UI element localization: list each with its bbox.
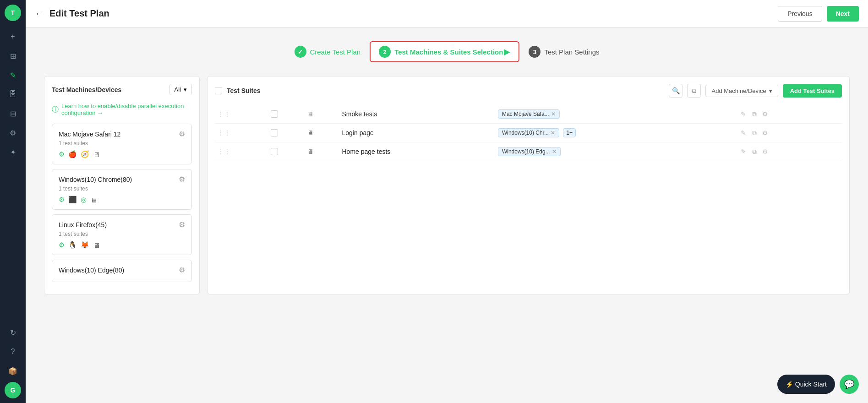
- chevron-down-icon-right: ▾: [769, 87, 772, 94]
- machine-tag-login: Windows(10) Chr... ✕: [498, 128, 559, 137]
- drag-handle-smoke[interactable]: ⋮⋮: [218, 110, 230, 118]
- safari-icon: 🧭: [81, 150, 89, 158]
- copy-icon-login[interactable]: ⧉: [750, 129, 759, 136]
- left-panel-title: Test Machines/Devices: [52, 86, 121, 93]
- right-panel: Test Suites 🔍 ⧉ Add Machine/Device ▾ Add…: [207, 76, 850, 294]
- back-button[interactable]: ←: [35, 8, 44, 19]
- machine-tag-smoke: Mac Mojave Safa... ✕: [498, 109, 560, 119]
- machine-name-win-chrome: Windows(10) Chrome(80): [59, 176, 132, 183]
- topbar: ← Edit Test Plan Previous Next: [26, 0, 868, 27]
- suite-checkbox-homepage[interactable]: [271, 148, 278, 155]
- suite-row-smoke: ⋮⋮ 🖥 Smoke tests Mac Mojave Safa... ✕: [215, 105, 842, 124]
- windows-icon: ⬛: [68, 196, 77, 204]
- drag-handle-login[interactable]: ⋮⋮: [218, 129, 230, 136]
- suite-row-login: ⋮⋮ 🖥 Login page Windows(10) Chr... ✕ 1+: [215, 124, 842, 142]
- suite-icon-login: 🖥: [307, 129, 314, 136]
- step3-num: 3: [529, 46, 540, 58]
- machine-icons-linux: ⚙ 🐧 🦊 🖥: [59, 241, 185, 249]
- machine-card-win-edge: Windows(10) Edge(80) ⚙: [52, 260, 192, 282]
- chrome-icon: ◎: [81, 196, 87, 204]
- step1-label: Create Test Plan: [310, 48, 361, 56]
- settings-icon-login[interactable]: ⚙: [760, 129, 770, 136]
- quick-start-button[interactable]: ⚡ Quick Start: [777, 375, 835, 394]
- learn-link[interactable]: ⓘ Learn how to enable/disable parallel e…: [52, 103, 192, 116]
- machine-settings-linux[interactable]: ⚙: [179, 220, 185, 229]
- machine-card-mac-header: Mac Mojave Safari 12 ⚙: [59, 130, 185, 138]
- suite-icon-homepage: 🖥: [307, 148, 314, 155]
- content-area: ✓ Create Test Plan 2 Test Machines & Sui…: [26, 27, 868, 403]
- previous-button[interactable]: Previous: [778, 6, 822, 22]
- tag-close-homepage[interactable]: ✕: [552, 148, 557, 155]
- gear-icon-linux: ⚙: [59, 241, 65, 249]
- add-machine-dropdown[interactable]: Add Machine/Device ▾: [705, 85, 778, 97]
- suite-checkbox-smoke[interactable]: [271, 110, 278, 118]
- sidebar-item-help[interactable]: ?: [5, 343, 21, 360]
- machine-suites-linux: 1 test suites: [59, 231, 185, 237]
- machine-suites-win-chrome: 1 test suites: [59, 185, 185, 192]
- monitor-icon-linux: 🖥: [93, 241, 100, 249]
- step2-num: 2: [379, 46, 391, 58]
- copy-icon-smoke[interactable]: ⧉: [750, 110, 759, 118]
- sidebar-item-briefcase[interactable]: 🗄: [5, 86, 21, 103]
- step2-label: Test Machines & Suites Selection: [394, 48, 503, 56]
- right-panel-header: Test Suites 🔍 ⧉ Add Machine/Device ▾ Add…: [215, 84, 842, 98]
- search-button[interactable]: 🔍: [669, 84, 682, 98]
- linux-icon: 🐧: [68, 241, 77, 249]
- sidebar-avatar[interactable]: G: [5, 382, 21, 398]
- edit-icon-smoke[interactable]: ✎: [739, 110, 748, 118]
- machine-card-linux-header: Linux Firefox(45) ⚙: [59, 220, 185, 229]
- monitor-icon-mac: 🖥: [93, 151, 100, 158]
- sidebar-item-settings[interactable]: ⚙: [5, 125, 21, 141]
- tag-close-smoke[interactable]: ✕: [551, 111, 556, 117]
- next-button[interactable]: Next: [827, 6, 859, 22]
- machine-icons-win-chrome: ⚙ ⬛ ◎ 🖥: [59, 196, 185, 204]
- suite-checkbox-login[interactable]: [271, 129, 278, 136]
- step1-num: ✓: [295, 46, 306, 58]
- bottom-bar: ⚡ Quick Start 💬: [777, 375, 859, 394]
- sidebar-item-puzzle[interactable]: ✦: [5, 144, 21, 160]
- machine-card-win-edge-header: Windows(10) Edge(80) ⚙: [59, 266, 185, 274]
- add-test-suites-button[interactable]: Add Test Suites: [783, 84, 842, 98]
- settings-icon-smoke[interactable]: ⚙: [760, 110, 770, 118]
- drag-handle-homepage[interactable]: ⋮⋮: [218, 148, 230, 155]
- monitor-icon-win: 🖥: [90, 196, 97, 204]
- suite-name-smoke: Smoke tests: [342, 110, 377, 118]
- machine-settings-win-chrome[interactable]: ⚙: [179, 175, 185, 184]
- suite-name-login: Login page: [342, 129, 374, 136]
- settings-icon-homepage[interactable]: ⚙: [760, 148, 770, 155]
- machine-name-mac: Mac Mojave Safari 12: [59, 131, 120, 138]
- machine-tag-homepage: Windows(10) Edg... ✕: [498, 147, 561, 156]
- edit-icon-login[interactable]: ✎: [739, 129, 748, 136]
- tag-close-login[interactable]: ✕: [551, 130, 555, 136]
- left-panel-header: Test Machines/Devices All ▾: [52, 84, 192, 95]
- machine-suites-mac: 1 test suites: [59, 140, 185, 147]
- filter-dropdown[interactable]: All ▾: [169, 84, 192, 95]
- machine-settings-mac[interactable]: ⚙: [179, 130, 185, 138]
- wizard-steps: ✓ Create Test Plan 2 Test Machines & Sui…: [44, 41, 850, 62]
- copy-icon-homepage[interactable]: ⧉: [750, 148, 759, 155]
- machine-name-linux: Linux Firefox(45): [59, 221, 107, 229]
- chat-button[interactable]: 💬: [840, 375, 859, 394]
- right-panel-title: Test Suites: [227, 87, 664, 94]
- sidebar-item-grid[interactable]: ⊟: [5, 105, 21, 122]
- sidebar: T + ⊞ ✎ 🗄 ⊟ ⚙ ✦ ↻ ? 📦 G: [0, 0, 26, 403]
- machine-card-win-chrome-header: Windows(10) Chrome(80) ⚙: [59, 175, 185, 184]
- tag-more-login[interactable]: 1+: [563, 128, 576, 137]
- sidebar-item-refresh[interactable]: ↻: [5, 324, 21, 341]
- edit-icon-homepage[interactable]: ✎: [739, 148, 748, 155]
- sidebar-item-plus[interactable]: +: [5, 28, 21, 45]
- select-all-checkbox[interactable]: [215, 87, 222, 94]
- suite-name-homepage: Home page tests: [342, 148, 391, 155]
- step3-label: Test Plan Settings: [544, 48, 599, 56]
- sidebar-item-edit[interactable]: ✎: [5, 67, 21, 83]
- gear-icon-win: ⚙: [59, 196, 65, 204]
- filter-button[interactable]: ⧉: [687, 84, 701, 98]
- suite-row-homepage: ⋮⋮ 🖥 Home page tests Windows(10) Edg... …: [215, 142, 842, 161]
- wizard-step-2: 2 Test Machines & Suites Selection ▶: [370, 41, 519, 62]
- suite-table: ⋮⋮ 🖥 Smoke tests Mac Mojave Safa... ✕: [215, 105, 842, 161]
- sidebar-logo: T: [5, 5, 21, 21]
- sidebar-item-dashboard[interactable]: ⊞: [5, 48, 21, 64]
- sidebar-item-archive[interactable]: 📦: [5, 363, 21, 379]
- machine-settings-win-edge[interactable]: ⚙: [179, 266, 185, 274]
- main-area: ← Edit Test Plan Previous Next ✓ Create …: [26, 0, 868, 403]
